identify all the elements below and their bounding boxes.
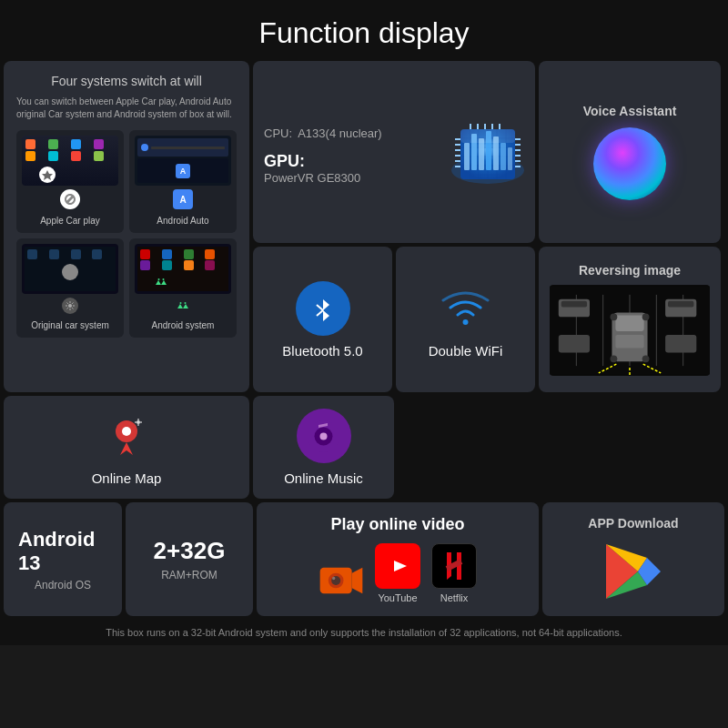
online-video-card: Play online video	[257, 502, 539, 616]
svg-point-2	[163, 278, 165, 280]
svg-marker-79	[394, 561, 407, 571]
cpu-text: CPU: A133(4 nuclear) GPU: PowerVR GE8300	[264, 119, 442, 185]
svg-rect-33	[515, 149, 521, 151]
android13-sub: Android OS	[35, 579, 91, 592]
svg-rect-19	[479, 138, 484, 170]
svg-rect-25	[455, 138, 460, 140]
svg-point-44	[463, 319, 469, 325]
cpu-model: A133(4 nuclear)	[298, 126, 382, 140]
android-auto-item: A A Android Auto	[129, 130, 237, 233]
svg-line-43	[317, 310, 323, 316]
bottom-row: Android 13 Android OS 2+32G RAM+ROM Play…	[0, 502, 728, 620]
footer-text: This box runs on a 32-bit Android system…	[106, 627, 622, 638]
svg-point-60	[642, 355, 650, 362]
svg-point-73	[320, 432, 328, 440]
map-icon	[99, 409, 154, 463]
online-video-heading: Play online video	[269, 515, 526, 534]
voice-assistant-label: Voice Assistant	[583, 104, 677, 118]
page-title: Function display	[0, 0, 728, 61]
svg-rect-32	[515, 144, 521, 146]
footer: This box runs on a 32-bit Android system…	[0, 620, 728, 645]
svg-point-58	[642, 313, 650, 320]
svg-rect-52	[561, 301, 587, 308]
svg-rect-22	[500, 143, 506, 170]
app-download-card: APP Download	[542, 502, 724, 616]
gpu-model: PowerVR GE8300	[264, 171, 442, 185]
video-camera-app	[318, 558, 364, 603]
video-apps-list: YouTube Netflix	[269, 543, 526, 603]
svg-rect-29	[455, 160, 460, 162]
youtube-app: YouTube	[375, 543, 420, 603]
svg-point-1	[158, 278, 160, 280]
music-icon	[297, 409, 351, 463]
svg-line-42	[317, 305, 323, 310]
four-systems-card: Four systems switch at will You can swit…	[4, 61, 249, 392]
android-sys-screen	[135, 244, 231, 294]
android-sys-label: Android system	[152, 320, 215, 330]
cpu-chip-visual	[442, 111, 524, 193]
svg-rect-38	[477, 124, 479, 129]
mid-features-row: Online Map Online Music	[0, 396, 728, 502]
svg-rect-31	[515, 138, 521, 140]
carplay-item: Apple Car play	[16, 130, 124, 233]
bluetooth-label: Bluetooth 5.0	[282, 343, 362, 359]
svg-point-77	[332, 577, 335, 580]
svg-rect-40	[491, 124, 493, 129]
android-sys-item: Android system	[129, 238, 237, 338]
settings-icon	[62, 298, 78, 314]
original-car-label: Original car system	[31, 320, 109, 330]
android-auto-icon: A	[173, 189, 193, 209]
svg-point-59	[610, 355, 617, 362]
cpu-label: CPU: A133(4 nuclear)	[264, 119, 442, 143]
android13-card: Android 13 Android OS	[4, 502, 122, 616]
bluetooth-icon	[296, 281, 350, 336]
svg-rect-39	[484, 124, 486, 129]
svg-rect-24	[460, 129, 515, 143]
carplay-icon	[60, 189, 80, 209]
ram-text: 2+32G	[154, 537, 226, 565]
bluetooth-card: Bluetooth 5.0	[253, 247, 392, 392]
wifi-card: Double WiFi	[396, 247, 535, 392]
svg-rect-34	[515, 155, 521, 157]
svg-rect-41	[499, 124, 500, 129]
svg-marker-78	[352, 568, 363, 593]
wifi-icon	[439, 281, 493, 336]
svg-rect-28	[455, 155, 460, 157]
svg-rect-27	[455, 149, 460, 151]
svg-rect-37	[470, 124, 471, 129]
svg-rect-36	[515, 166, 521, 167]
online-map-card: Online Map	[4, 396, 249, 499]
online-music-card: Online Music	[253, 396, 394, 499]
carplay-screen	[22, 136, 118, 186]
youtube-icon	[375, 543, 420, 589]
online-map-label: Online Map	[92, 470, 162, 486]
carplay-label: Apple Car play	[40, 216, 100, 226]
netflix-app: Netflix	[431, 543, 477, 603]
reversing-visual	[550, 285, 710, 376]
system-grid: Apple Car play A A	[16, 130, 237, 338]
svg-point-57	[610, 313, 617, 320]
four-systems-desc: You can switch between Apple Car play, A…	[16, 96, 237, 121]
svg-rect-63	[665, 335, 696, 353]
reversing-image-label: Reversing image	[579, 263, 681, 278]
svg-rect-17	[464, 143, 470, 170]
mid-row-features: Bluetooth 5.0 Double WiFi	[253, 247, 535, 392]
android-auto-screen: A	[135, 136, 231, 186]
reversing-image-card: Reversing image	[539, 247, 721, 392]
app-download-label: APP Download	[588, 516, 678, 531]
netflix-icon	[431, 543, 477, 589]
svg-rect-23	[508, 147, 512, 170]
camera-app-icon	[318, 558, 364, 603]
ram-card: 2+32G RAM+ROM	[126, 502, 253, 616]
voice-assistant-card: Voice Assistant	[539, 61, 721, 243]
wifi-label: Double WiFi	[429, 343, 503, 359]
gpu-section: GPU: PowerVR GE8300	[264, 152, 442, 185]
cpu-content: CPU: A133(4 nuclear) GPU: PowerVR GE8300	[264, 111, 524, 193]
cpu-label-text: CPU:	[264, 126, 292, 140]
original-screen	[22, 244, 118, 294]
svg-rect-55	[615, 315, 643, 331]
ram-sub: RAM+ROM	[161, 569, 217, 581]
android13-text: Android 13	[18, 528, 107, 575]
online-music-label: Online Music	[284, 470, 363, 486]
siri-icon	[593, 127, 666, 200]
